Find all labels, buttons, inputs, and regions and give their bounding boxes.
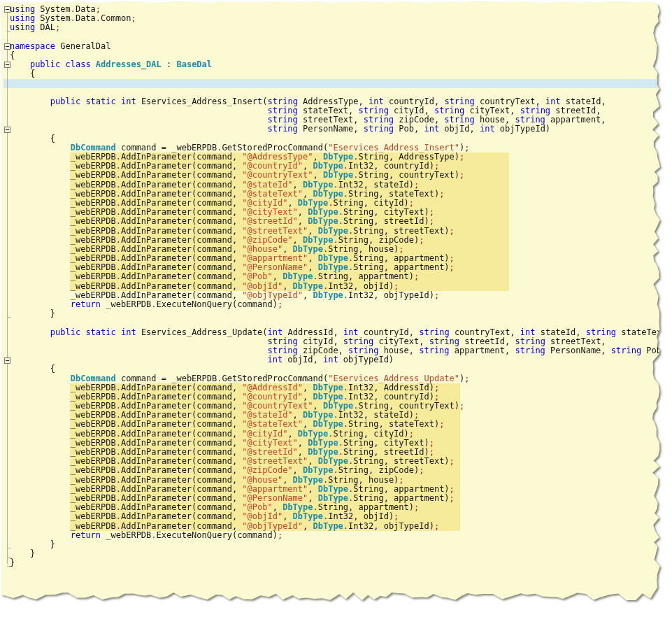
code-token: "@cityId" xyxy=(242,429,287,439)
code-token: ; xyxy=(55,22,60,32)
code-token: ; xyxy=(439,419,444,429)
code-line[interactable]: } xyxy=(10,549,672,558)
code-token: . xyxy=(71,4,76,14)
code-token: String, appartment) xyxy=(353,484,449,494)
code-line[interactable] xyxy=(10,79,672,88)
code-token: String, house) xyxy=(328,475,399,485)
code-token: command = _webERPDB xyxy=(116,143,217,153)
code-token: . xyxy=(116,207,121,217)
fold-collapse-icon[interactable] xyxy=(4,357,10,364)
code-token: _webERPDB xyxy=(10,493,116,503)
code-line[interactable]: public class Addresses_DAL : BaseDal xyxy=(10,60,672,69)
code-token: class xyxy=(66,59,91,69)
code-token: . xyxy=(116,216,121,226)
code-token: DbType xyxy=(323,152,353,162)
code-token: . xyxy=(116,180,121,190)
code-line[interactable]: } xyxy=(10,558,672,567)
code-editor[interactable]: using System.Data;using System.Data.Comm… xyxy=(0,0,663,604)
code-token: _webERPDB xyxy=(10,180,116,190)
code-token: ; xyxy=(450,226,455,236)
fold-collapse-icon[interactable] xyxy=(4,43,10,50)
code-token: DbType xyxy=(303,180,333,190)
code-token: AddInParameter(command, xyxy=(121,456,242,466)
fold-collapse-icon[interactable] xyxy=(4,127,10,133)
code-token: DbType xyxy=(318,493,348,503)
code-token: , xyxy=(298,207,308,217)
code-token: static xyxy=(85,97,115,106)
code-token: AddInParameter(command, xyxy=(121,484,242,494)
code-token: ; xyxy=(429,447,434,457)
code-token: ; xyxy=(450,456,455,466)
code-line[interactable]: return _webERPDB.ExecuteNonQuery(command… xyxy=(10,531,672,540)
code-token: public xyxy=(50,327,80,337)
code-token: DbType xyxy=(318,484,348,494)
code-token: . xyxy=(116,383,121,392)
code-token: DbType xyxy=(283,502,313,512)
code-token: AddInParameter(command, xyxy=(121,271,242,281)
code-token: string xyxy=(267,346,297,355)
code-line[interactable]: } xyxy=(10,540,672,549)
fold-collapse-icon[interactable] xyxy=(4,6,10,13)
code-token: AddInParameter(command, xyxy=(121,198,242,208)
code-token: string xyxy=(267,115,297,125)
fold-collapse-icon[interactable] xyxy=(4,62,10,68)
code-token: AddInParameter(command, xyxy=(121,180,242,190)
code-token: AddInParameter(command, xyxy=(121,226,242,236)
code-line[interactable]: string PersonName, string Pob, int objId… xyxy=(10,125,672,134)
code-token xyxy=(60,59,65,69)
code-line[interactable]: } xyxy=(10,309,672,318)
code-token: string xyxy=(267,336,297,346)
code-token: cityText, xyxy=(373,336,429,346)
code-token: "@PersonName" xyxy=(242,262,308,272)
code-line[interactable]: { xyxy=(10,69,672,78)
code-token: . xyxy=(116,290,121,300)
code-token: string xyxy=(520,106,550,115)
code-token: . xyxy=(116,511,121,521)
code-token: , xyxy=(303,161,313,171)
code-token: int xyxy=(121,327,136,337)
code-token: string xyxy=(586,327,616,337)
code-line[interactable]: using System.Data.Common; xyxy=(10,14,672,23)
code-token: _webERPDB xyxy=(10,438,116,448)
code-line[interactable]: using DAL; xyxy=(10,23,672,32)
code-token: int xyxy=(424,124,439,134)
code-token: DbType xyxy=(313,419,343,429)
code-token: _webERPDB xyxy=(10,198,116,208)
code-token: _webERPDB xyxy=(10,226,116,236)
code-token xyxy=(116,327,121,337)
code-token: _webERPDB xyxy=(10,216,116,226)
code-token: ; xyxy=(414,410,419,420)
code-token: DbType xyxy=(313,161,343,171)
code-token: _webERPDB xyxy=(10,475,116,485)
code-token: ; xyxy=(434,161,439,171)
code-line[interactable]: int objId, int objTypeId) xyxy=(10,355,672,364)
code-token: DbType xyxy=(303,410,333,420)
code-lines[interactable]: using System.Data;using System.Data.Comm… xyxy=(10,5,672,567)
code-token: ; xyxy=(414,180,419,190)
code-token: . xyxy=(333,180,338,190)
code-token: . xyxy=(116,484,121,494)
code-token: . xyxy=(353,401,358,411)
code-token: ; xyxy=(450,262,455,272)
code-token: . xyxy=(116,152,121,162)
code-token: ; xyxy=(394,511,399,521)
code-token: stateText, xyxy=(616,327,671,337)
code-token: DbType xyxy=(313,383,343,392)
code-token: , xyxy=(298,216,308,226)
code-token: int xyxy=(267,355,283,364)
code-token: , xyxy=(273,271,283,281)
code-token: countryId, xyxy=(384,97,445,106)
code-token: String, cityId) xyxy=(333,429,408,439)
code-token: string xyxy=(364,124,394,134)
code-token: . xyxy=(343,419,348,429)
code-line[interactable]: namespace GeneralDal xyxy=(10,42,672,51)
code-token: ; xyxy=(429,438,434,448)
code-token: int xyxy=(343,327,359,337)
code-line[interactable]: return _webERPDB.ExecuteNonQuery(command… xyxy=(10,300,672,309)
code-token: { xyxy=(10,50,15,60)
code-token: ; xyxy=(434,290,439,300)
code-token: . xyxy=(116,271,121,281)
code-token: AddressType, xyxy=(298,97,369,106)
code-token: "@cityText" xyxy=(242,207,297,217)
code-token: DbType xyxy=(313,521,343,531)
